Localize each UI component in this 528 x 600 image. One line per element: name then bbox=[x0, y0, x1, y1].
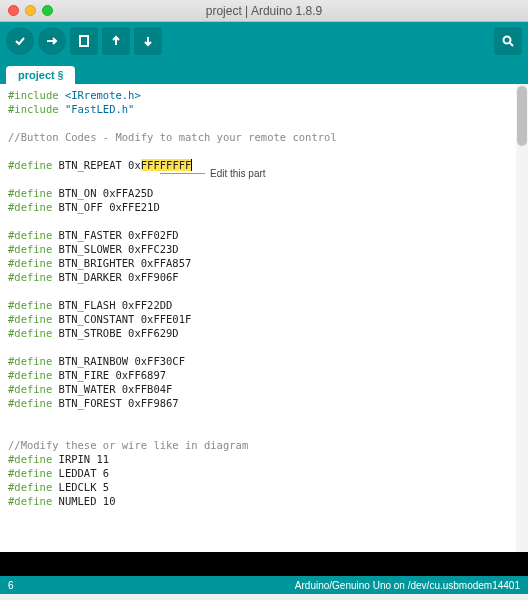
code-line: #define BTN_FOREST 0xFF9867 bbox=[8, 396, 520, 410]
arrow-right-icon bbox=[45, 34, 59, 48]
tab-name: project bbox=[18, 69, 55, 81]
code-line: #define LEDCLK 5 bbox=[8, 480, 520, 494]
code-line: #define BTN_BRIGHTER 0xFFA857 bbox=[8, 256, 520, 270]
arrow-up-icon bbox=[109, 34, 123, 48]
editor-scrollbar[interactable] bbox=[516, 84, 528, 552]
open-button[interactable] bbox=[102, 27, 130, 55]
code-line: #define BTN_RAINBOW 0xFF30CF bbox=[8, 354, 520, 368]
status-bar: 6 Arduino/Genuino Uno on /dev/cu.usbmode… bbox=[0, 576, 528, 594]
annotation-callout: Edit this part bbox=[210, 167, 266, 181]
verify-button[interactable] bbox=[6, 27, 34, 55]
code-line: //Button Codes - Modify to match your re… bbox=[8, 130, 520, 144]
console-panel bbox=[0, 552, 528, 576]
code-line: #define LEDDAT 6 bbox=[8, 466, 520, 480]
arrow-down-icon bbox=[141, 34, 155, 48]
code-line bbox=[8, 144, 520, 158]
annotation-text: Edit this part bbox=[210, 168, 266, 179]
code-line bbox=[8, 424, 520, 438]
serial-monitor-button[interactable] bbox=[494, 27, 522, 55]
code-line: #define IRPIN 11 bbox=[8, 452, 520, 466]
code-line: #define BTN_STROBE 0xFF629D bbox=[8, 326, 520, 340]
close-window-button[interactable] bbox=[8, 5, 19, 16]
code-line: #define BTN_FASTER 0xFF02FD bbox=[8, 228, 520, 242]
svg-line-2 bbox=[510, 43, 513, 46]
titlebar: project | Arduino 1.8.9 bbox=[0, 0, 528, 22]
code-line: #define NUMLED 10 bbox=[8, 494, 520, 508]
code-line: #include "FastLED.h" bbox=[8, 102, 520, 116]
code-line: #define BTN_FLASH 0xFF22DD bbox=[8, 298, 520, 312]
scrollbar-thumb[interactable] bbox=[517, 86, 527, 146]
code-line: //Modify these or wire like in diagram bbox=[8, 438, 520, 452]
code-line bbox=[8, 410, 520, 424]
code-line: #define BTN_FIRE 0xFF6897 bbox=[8, 368, 520, 382]
save-button[interactable] bbox=[134, 27, 162, 55]
code-line bbox=[8, 214, 520, 228]
minimize-window-button[interactable] bbox=[25, 5, 36, 16]
search-icon bbox=[501, 34, 515, 48]
code-line bbox=[8, 340, 520, 354]
svg-point-1 bbox=[504, 37, 511, 44]
status-line-number: 6 bbox=[8, 580, 14, 591]
code-editor[interactable]: #include <IRremote.h>#include "FastLED.h… bbox=[0, 84, 528, 552]
code-line bbox=[8, 116, 520, 130]
tab-bar: project § bbox=[0, 60, 528, 84]
code-line: #define BTN_ON 0xFFA25D bbox=[8, 186, 520, 200]
code-line: #define BTN_SLOWER 0xFFC23D bbox=[8, 242, 520, 256]
tab-modified-indicator: § bbox=[58, 70, 64, 81]
svg-rect-0 bbox=[80, 36, 88, 46]
status-board-info: Arduino/Genuino Uno on /dev/cu.usbmodem1… bbox=[295, 580, 520, 591]
code-line: #define BTN_WATER 0xFFB04F bbox=[8, 382, 520, 396]
check-icon bbox=[13, 34, 27, 48]
tab-project[interactable]: project § bbox=[6, 66, 75, 84]
code-line: #include <IRremote.h> bbox=[8, 88, 520, 102]
upload-button[interactable] bbox=[38, 27, 66, 55]
code-line: #define BTN_OFF 0xFFE21D bbox=[8, 200, 520, 214]
toolbar bbox=[0, 22, 528, 60]
file-icon bbox=[78, 34, 90, 48]
window-title: project | Arduino 1.8.9 bbox=[0, 4, 528, 18]
new-button[interactable] bbox=[70, 27, 98, 55]
code-line bbox=[8, 284, 520, 298]
traffic-lights bbox=[8, 5, 53, 16]
maximize-window-button[interactable] bbox=[42, 5, 53, 16]
code-line: #define BTN_CONSTANT 0xFFE01F bbox=[8, 312, 520, 326]
code-line: #define BTN_DARKER 0xFF906F bbox=[8, 270, 520, 284]
